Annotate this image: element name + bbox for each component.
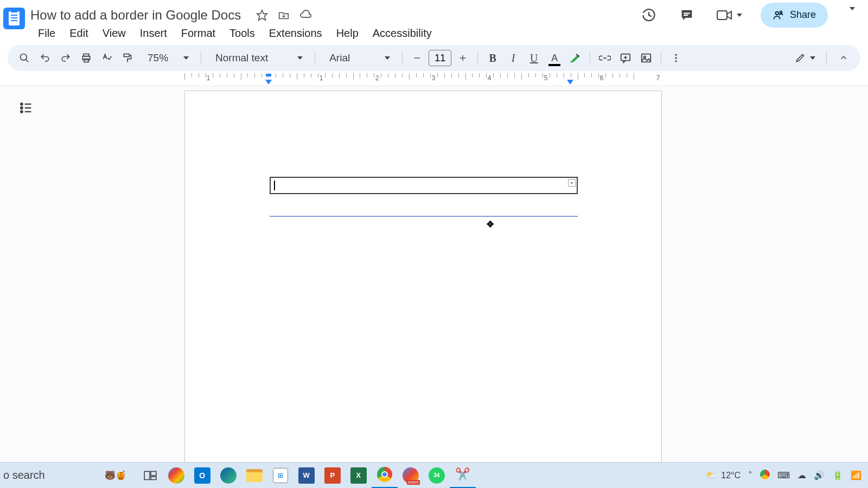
taskbar-app-edge[interactable] [215, 463, 241, 489]
text-color-icon[interactable]: A [545, 49, 564, 67]
svg-point-23 [21, 103, 23, 105]
tray-volume-icon[interactable]: 🔊 [814, 470, 825, 480]
menu-format[interactable]: Format [175, 25, 222, 42]
svg-point-4 [775, 11, 778, 14]
toolbar: 75% Normal text Arial 11 B I U A [8, 45, 860, 71]
undo-icon[interactable] [36, 49, 54, 67]
svg-marker-0 [257, 10, 267, 20]
style-value: Normal text [213, 52, 270, 64]
meet-icon[interactable] [714, 4, 744, 26]
document-title[interactable]: How to add a border in Google Docs [30, 8, 241, 23]
redo-icon[interactable] [56, 49, 75, 67]
taskbar-app-outlook[interactable]: O [189, 463, 215, 489]
tray-battery-icon[interactable]: 🔋 [832, 470, 843, 480]
decrease-font-icon[interactable] [408, 49, 426, 67]
taskbar-app-explorer[interactable] [241, 463, 267, 489]
tray-keyboard-icon[interactable]: ⌨ [777, 470, 790, 480]
history-icon[interactable] [638, 4, 660, 26]
svg-point-25 [21, 107, 23, 109]
search-icon[interactable] [15, 49, 34, 67]
svg-rect-2 [684, 14, 688, 15]
taskbar-app-copilot[interactable] [163, 463, 189, 489]
menu-insert[interactable]: Insert [133, 25, 174, 42]
comments-icon[interactable] [676, 4, 698, 26]
increase-font-icon[interactable] [454, 49, 472, 67]
taskbar-app-whatsapp[interactable]: 34 [424, 463, 450, 489]
svg-point-20 [675, 54, 677, 56]
print-icon[interactable] [77, 49, 95, 67]
task-view-icon[interactable] [137, 463, 163, 489]
share-dropdown[interactable] [844, 10, 860, 20]
windows-taskbar: o search 🐻🍯 O ⊞ W P X M365 34 ✂️ ⛅ 12°C … [0, 462, 868, 488]
font-size-input[interactable]: 11 [429, 50, 451, 66]
menu-view[interactable]: View [96, 25, 132, 42]
taskbar-search-text[interactable]: o search [0, 469, 45, 481]
cell-dropdown-icon[interactable]: ▾ [568, 179, 576, 187]
svg-line-7 [26, 60, 29, 62]
svg-rect-31 [151, 477, 156, 479]
share-label: Share [790, 9, 816, 21]
editing-mode-icon[interactable] [792, 49, 819, 67]
menu-bar: File Edit View Insert Format Tools Exten… [0, 24, 868, 45]
move-icon[interactable] [278, 9, 290, 21]
svg-point-6 [21, 54, 27, 61]
svg-point-5 [780, 11, 782, 13]
taskbar-app-store[interactable]: ⊞ [267, 463, 293, 489]
zoom-select[interactable]: 75% [139, 52, 195, 64]
menu-tools[interactable]: Tools [223, 25, 261, 42]
menu-help[interactable]: Help [330, 25, 365, 42]
taskbar-app-word[interactable]: W [293, 463, 320, 489]
italic-icon[interactable]: I [504, 49, 522, 67]
insert-image-icon[interactable] [637, 49, 655, 67]
font-select[interactable]: Arial [321, 52, 397, 64]
more-icon[interactable] [667, 49, 685, 67]
taskbar-app-snipping[interactable]: ✂️ [450, 463, 476, 489]
svg-rect-11 [124, 54, 129, 57]
weather-icon: ⛅ [706, 470, 717, 480]
horizontal-ruler[interactable]: 11234567 [0, 73, 868, 86]
paint-format-icon[interactable] [118, 49, 137, 67]
weather-temp: 12°C [721, 471, 741, 480]
link-icon[interactable] [596, 49, 614, 67]
menu-extensions[interactable]: Extensions [263, 25, 329, 42]
taskbar-app-m365[interactable]: M365 [398, 463, 424, 489]
zoom-value: 75% [145, 52, 170, 64]
svg-rect-29 [144, 471, 150, 479]
outline-icon[interactable] [18, 100, 34, 115]
svg-point-22 [675, 60, 677, 62]
highlight-icon[interactable] [566, 49, 584, 67]
svg-rect-1 [684, 12, 690, 14]
star-icon[interactable] [256, 9, 268, 21]
bold-icon[interactable]: B [483, 49, 502, 67]
svg-rect-30 [151, 471, 156, 476]
document-page[interactable]: ▾ ✥ [184, 91, 662, 488]
svg-point-27 [21, 111, 23, 113]
spellcheck-icon[interactable] [98, 49, 116, 67]
resize-cursor-icon: ✥ [487, 219, 494, 229]
menu-file[interactable]: File [31, 25, 62, 42]
tray-onedrive-icon[interactable]: ☁ [797, 470, 806, 480]
underline-icon[interactable]: U [525, 49, 543, 67]
table-cell[interactable]: ▾ [270, 177, 578, 194]
text-cursor [274, 181, 275, 190]
weather-widget[interactable]: ⛅ 12°C [706, 470, 741, 480]
menu-edit[interactable]: Edit [63, 25, 94, 42]
document-area: ▾ ✥ Snipping Tool [0, 86, 868, 488]
add-comment-icon[interactable] [616, 49, 635, 67]
svg-rect-18 [642, 54, 651, 62]
taskbar-app-excel[interactable]: X [346, 463, 372, 489]
tray-expand-icon[interactable]: ˄ [748, 470, 752, 480]
cortana-icon[interactable]: 🐻🍯 [94, 463, 137, 489]
svg-rect-3 [717, 11, 727, 20]
menu-accessibility[interactable]: Accessibility [366, 25, 438, 42]
paragraph-style-select[interactable]: Normal text [207, 52, 309, 64]
tray-wifi-icon[interactable]: 📶 [851, 470, 861, 480]
table-resize-guide [270, 216, 578, 217]
cloud-icon[interactable] [299, 9, 312, 22]
collapse-toolbar-icon[interactable] [834, 49, 853, 67]
font-value: Arial [327, 52, 352, 64]
svg-point-21 [675, 57, 677, 59]
tray-chrome-icon[interactable] [760, 470, 770, 481]
taskbar-app-powerpoint[interactable]: P [320, 463, 346, 489]
taskbar-app-chrome[interactable] [372, 463, 398, 489]
